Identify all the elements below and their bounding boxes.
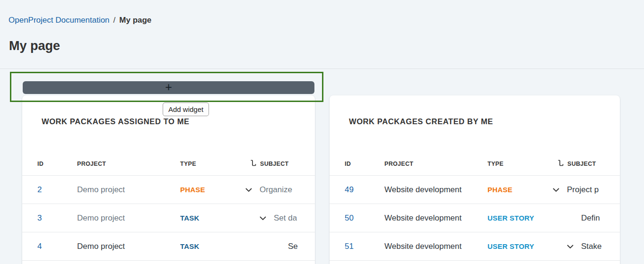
project-cell: Demo project xyxy=(77,185,180,195)
project-cell: Website development xyxy=(384,185,487,195)
subject-cell: Organize xyxy=(260,185,292,195)
work-package-table: ID PROJECT TYPE SUBJECT 49 Website devel… xyxy=(330,152,620,261)
work-package-id-link[interactable]: 3 xyxy=(37,213,42,222)
column-header-project[interactable]: PROJECT xyxy=(384,161,487,167)
table-header-row: ID PROJECT TYPE SUBJECT xyxy=(22,152,315,176)
table-row: 2 Demo project PHASE Organize xyxy=(22,176,315,204)
type-cell: PHASE xyxy=(180,186,245,194)
breadcrumb-current: My page xyxy=(119,16,151,25)
work-package-id-link[interactable]: 51 xyxy=(345,242,354,251)
chevron-down-icon[interactable] xyxy=(245,188,260,192)
breadcrumb-link-project[interactable]: OpenProject Documentation xyxy=(9,16,110,25)
type-cell: TASK xyxy=(180,242,245,250)
work-package-table: ID PROJECT TYPE SUBJECT 2 Demo project P… xyxy=(22,152,315,261)
column-header-subject[interactable]: SUBJECT xyxy=(553,160,620,168)
column-header-subject[interactable]: SUBJECT xyxy=(245,160,315,168)
chevron-down-icon[interactable] xyxy=(260,216,274,220)
subject-header-label: SUBJECT xyxy=(260,161,288,167)
work-package-id-link[interactable]: 49 xyxy=(345,185,354,194)
add-widget-tooltip: Add widget xyxy=(163,102,209,116)
table-row: 51 Website development USER STORY Stake xyxy=(330,232,620,261)
chevron-down-icon[interactable] xyxy=(553,188,567,192)
breadcrumb: OpenProject Documentation / My page xyxy=(9,16,151,25)
subject-cell: Set da xyxy=(274,213,297,223)
subject-cell: Se xyxy=(288,242,298,251)
table-header-row: ID PROJECT TYPE SUBJECT xyxy=(330,152,620,176)
column-header-id[interactable]: ID xyxy=(345,161,384,167)
type-cell: USER STORY xyxy=(487,242,553,250)
title-divider xyxy=(0,68,644,69)
table-row: 3 Demo project TASK Set da xyxy=(22,204,315,232)
type-cell: USER STORY xyxy=(487,214,553,222)
work-package-id-link[interactable]: 4 xyxy=(37,242,42,251)
widget-title: WORK PACKAGES ASSIGNED TO ME xyxy=(42,117,190,126)
column-header-type[interactable]: TYPE xyxy=(180,161,245,167)
column-header-project[interactable]: PROJECT xyxy=(77,161,180,167)
breadcrumb-separator: / xyxy=(113,16,116,25)
work-package-id-link[interactable]: 50 xyxy=(345,213,354,222)
hierarchy-icon xyxy=(557,160,564,168)
project-cell: Website development xyxy=(384,242,487,251)
column-header-type[interactable]: TYPE xyxy=(487,161,553,167)
widget-created-by-me: WORK PACKAGES CREATED BY ME ID PROJECT T… xyxy=(330,95,620,264)
plus-icon: + xyxy=(165,81,172,93)
widget-title: WORK PACKAGES CREATED BY ME xyxy=(349,117,493,126)
table-row: 4 Demo project TASK Se xyxy=(22,232,315,261)
project-cell: Demo project xyxy=(77,242,180,251)
hierarchy-icon xyxy=(250,160,256,168)
project-cell: Website development xyxy=(384,213,487,223)
subject-header-label: SUBJECT xyxy=(567,161,596,167)
column-header-id[interactable]: ID xyxy=(37,161,77,167)
table-row: 49 Website development PHASE Project p xyxy=(330,176,620,204)
subject-cell: Stake xyxy=(581,242,601,251)
project-cell: Demo project xyxy=(77,213,180,223)
subject-cell: Defin xyxy=(581,213,600,223)
page-title: My page xyxy=(9,39,60,53)
work-package-id-link[interactable]: 2 xyxy=(37,185,42,194)
add-widget-button[interactable]: + xyxy=(23,81,314,94)
chevron-down-icon[interactable] xyxy=(567,245,581,248)
subject-cell: Project p xyxy=(567,185,599,195)
widget-assigned-to-me: WORK PACKAGES ASSIGNED TO ME ID PROJECT … xyxy=(22,95,315,264)
type-cell: PHASE xyxy=(487,186,553,194)
type-cell: TASK xyxy=(180,214,245,222)
table-row: 50 Website development USER STORY Defin xyxy=(330,204,620,232)
